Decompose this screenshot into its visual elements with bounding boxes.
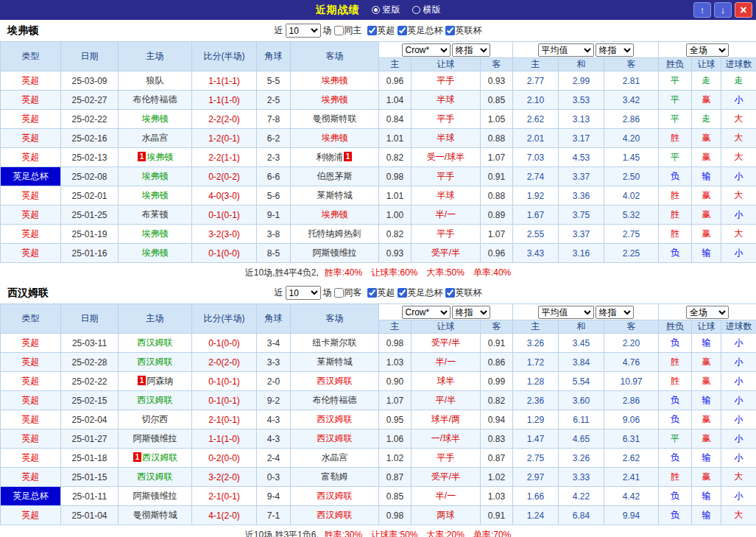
col-header-home: 主场 bbox=[119, 304, 192, 334]
team-name-text: 曼彻斯特城 bbox=[133, 510, 177, 520]
match-count-select[interactable]: 10 bbox=[286, 24, 321, 38]
corner-cell: 0-3 bbox=[257, 468, 291, 487]
league-checkbox[interactable] bbox=[445, 26, 455, 35]
match-row: 英超25-02-221阿森纳0-1(0-1)2-0西汉姆联0.90球半0.991… bbox=[1, 372, 756, 391]
result-cell: 胜 bbox=[659, 372, 692, 391]
result-cell: 平 bbox=[659, 148, 692, 167]
match-count-select[interactable]: 10 bbox=[286, 286, 321, 300]
league-filter[interactable]: 英足总杯 bbox=[398, 24, 443, 37]
result-cell: 负 bbox=[659, 244, 692, 263]
same-venue-checkbox[interactable] bbox=[334, 26, 344, 35]
scope-select[interactable]: 全场 bbox=[686, 306, 729, 319]
same-venue-filter[interactable]: 同主 bbox=[334, 24, 362, 37]
up-arrow-icon: ↑ bbox=[700, 5, 705, 15]
handicap-cell: 受平/半 bbox=[411, 334, 481, 353]
league-label: 英足总杯 bbox=[408, 24, 443, 37]
red-card-badge: 1 bbox=[138, 376, 146, 385]
score-cell: 0-1(0-1) bbox=[192, 391, 257, 410]
team-name-text: 布伦特福德 bbox=[313, 395, 357, 405]
avg-draw-cell: 3.45 bbox=[559, 334, 604, 353]
goals-result-cell: 小 bbox=[721, 167, 756, 186]
league-checkbox[interactable] bbox=[398, 26, 407, 35]
avg-draw-cell: 4.22 bbox=[559, 487, 604, 506]
summary-stat: 大率:20% bbox=[427, 529, 464, 537]
away-odds-cell: 0.96 bbox=[481, 244, 513, 263]
away-odds-cell: 0.83 bbox=[481, 429, 513, 449]
layout-option-horizontal[interactable]: 横版 bbox=[412, 4, 441, 16]
score-cell: 3-2(2-0) bbox=[192, 468, 257, 487]
team-name-text: 布莱顿 bbox=[142, 209, 169, 220]
summary-stat: 胜率:40% bbox=[325, 267, 362, 279]
titlebar-center: 近期战绩 竖版 横版 bbox=[316, 4, 441, 17]
handicap-result-cell: 赢 bbox=[692, 372, 721, 391]
away-odds-cell: 1.02 bbox=[481, 468, 513, 487]
col-header-avg-home: 主 bbox=[513, 58, 559, 71]
league-filter[interactable]: 英超 bbox=[367, 24, 395, 37]
handicap-cell: 半/一 bbox=[411, 353, 481, 372]
league-cell: 英超 bbox=[1, 110, 61, 129]
corner-cell: 9-2 bbox=[257, 391, 291, 410]
odds-company-select[interactable]: Crow* bbox=[402, 43, 451, 57]
col-header-odds-away: 客 bbox=[481, 58, 513, 71]
summary-row: 近10场,胜3平1负6, 胜率:30%让球率:50%大率:20%单率:70% bbox=[0, 525, 756, 537]
league-checkbox[interactable] bbox=[398, 288, 407, 298]
score-cell: 2-2(1-1) bbox=[192, 148, 257, 167]
scope-select[interactable]: 全场 bbox=[686, 43, 729, 57]
odds-company-select[interactable]: Crow* bbox=[402, 306, 451, 319]
home-odds-cell: 1.01 bbox=[379, 186, 411, 206]
scroll-down-button[interactable]: ↓ bbox=[714, 2, 732, 18]
results-body: 英超25-03-11西汉姆联0-1(0-0)3-4纽卡斯尔联0.98受平/半0.… bbox=[1, 334, 756, 525]
handicap-cell: 球半 bbox=[411, 372, 481, 391]
average-stage-select[interactable]: 终指 bbox=[596, 43, 634, 57]
average-select[interactable]: 平均值 bbox=[538, 306, 594, 319]
avg-home-cell: 1.72 bbox=[513, 353, 559, 372]
date-cell: 25-02-13 bbox=[61, 148, 119, 167]
avg-draw-cell: 3.53 bbox=[559, 91, 604, 110]
summary-row: 近10场,胜4平4负2, 胜率:40%让球率:60%大率:50%单率:40% bbox=[0, 263, 756, 282]
avg-draw-cell: 3.13 bbox=[559, 110, 604, 129]
match-row: 英超25-02-16水晶宫1-2(0-1)6-2埃弗顿1.01半球0.882.0… bbox=[1, 129, 756, 148]
league-cell: 英超 bbox=[1, 225, 61, 244]
match-row: 英超25-02-27布伦特福德1-1(1-0)2-5埃弗顿1.04半球0.852… bbox=[1, 91, 756, 110]
avg-home-cell: 2.74 bbox=[513, 167, 559, 186]
same-venue-checkbox[interactable] bbox=[334, 288, 344, 298]
league-checkbox[interactable] bbox=[445, 288, 455, 298]
average-select[interactable]: 平均值 bbox=[538, 43, 594, 57]
average-stage-select[interactable]: 终指 bbox=[596, 306, 634, 319]
col-header-handicap-result: 让球 bbox=[692, 58, 721, 71]
handicap-result-cell: 赢 bbox=[692, 91, 721, 110]
goals-result-cell: 小 bbox=[721, 410, 756, 429]
avg-draw-cell: 3.36 bbox=[559, 186, 604, 206]
home-odds-cell: 0.90 bbox=[379, 372, 411, 391]
layout-option-vertical[interactable]: 竖版 bbox=[372, 4, 400, 16]
match-row: 英足总杯25-01-11阿斯顿维拉2-1(0-1)9-4西汉姆联0.85半/一1… bbox=[1, 487, 756, 506]
avg-home-cell: 1.29 bbox=[513, 410, 559, 429]
summary-stats: 胜率:40%让球率:60%大率:50%单率:40% bbox=[325, 267, 511, 279]
red-card-badge: 1 bbox=[344, 152, 353, 161]
close-button[interactable]: × bbox=[735, 2, 752, 18]
same-venue-filter[interactable]: 同客 bbox=[334, 287, 362, 299]
result-cell: 胜 bbox=[659, 186, 692, 206]
date-cell: 25-02-27 bbox=[61, 91, 119, 110]
team-name-text: 阿斯顿维拉 bbox=[133, 491, 177, 501]
league-checkbox[interactable] bbox=[367, 288, 377, 298]
avg-draw-cell: 3.60 bbox=[559, 391, 604, 410]
league-cell: 英超 bbox=[1, 129, 61, 148]
handicap-result-cell: 赢 bbox=[692, 186, 721, 206]
odds-stage-select[interactable]: 终指 bbox=[452, 306, 490, 319]
league-filter[interactable]: 英足总杯 bbox=[398, 287, 443, 299]
score-cell: 2-1(0-1) bbox=[192, 410, 257, 429]
home-odds-cell: 0.87 bbox=[379, 468, 411, 487]
home-team-cell: 埃弗顿 bbox=[119, 167, 192, 186]
league-filter[interactable]: 英联杯 bbox=[445, 287, 482, 299]
summary-stat: 大率:50% bbox=[427, 267, 464, 279]
odds-stage-select[interactable]: 终指 bbox=[452, 43, 490, 57]
league-filter[interactable]: 英超 bbox=[367, 287, 395, 299]
results-table: 类型 日期 主场 比分(半场) 角球 客场 Crow*终指 平均值终指 全场 主… bbox=[0, 303, 756, 525]
league-filter[interactable]: 英联杯 bbox=[445, 24, 482, 37]
down-arrow-icon: ↓ bbox=[721, 5, 726, 15]
league-checkbox[interactable] bbox=[367, 26, 377, 35]
league-label: 英超 bbox=[378, 287, 395, 299]
team-name-text: 切尔西 bbox=[142, 414, 169, 424]
scroll-up-button[interactable]: ↑ bbox=[693, 2, 711, 18]
